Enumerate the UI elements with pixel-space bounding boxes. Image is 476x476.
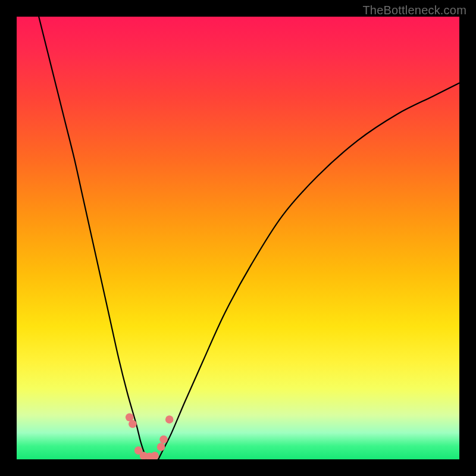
marker-point — [157, 443, 165, 451]
left-curve — [39, 17, 147, 459]
watermark-text: TheBottleneck.com — [362, 4, 466, 17]
marker-point — [165, 415, 174, 424]
marker-point — [151, 452, 159, 459]
outer-frame: TheBottleneck.com — [0, 0, 476, 476]
marker-point — [129, 420, 137, 428]
right-curve — [158, 83, 459, 459]
plot-area — [17, 17, 459, 459]
marker-point — [159, 436, 168, 444]
marker-group — [126, 414, 174, 459]
curve-layer — [17, 17, 459, 459]
